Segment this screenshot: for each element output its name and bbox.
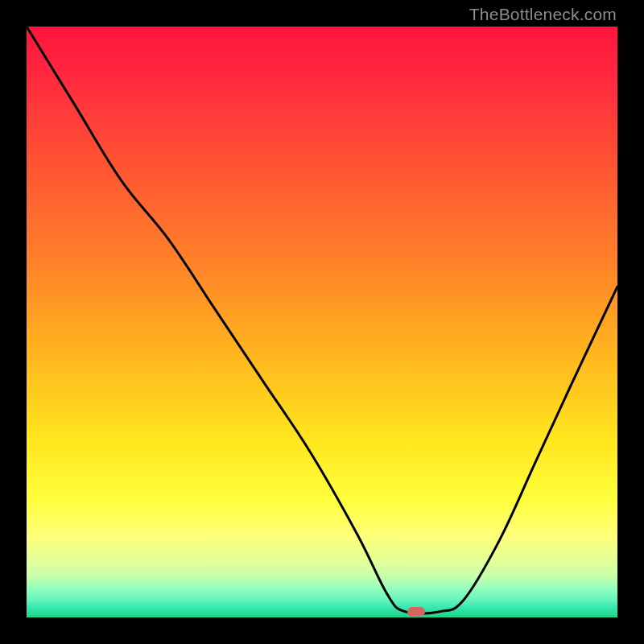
optimum-marker xyxy=(407,607,425,617)
chart-frame: TheBottleneck.com xyxy=(0,0,644,644)
bottleneck-curve xyxy=(27,27,617,617)
watermark-text: TheBottleneck.com xyxy=(469,5,617,24)
plot-area xyxy=(27,27,617,617)
